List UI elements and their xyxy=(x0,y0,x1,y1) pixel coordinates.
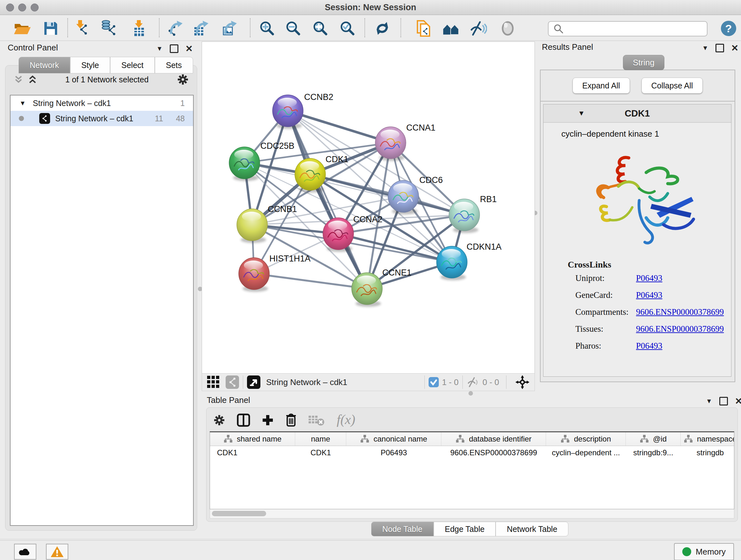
table-row[interactable]: CDK1CDK1P064939606.ENSP00000378699cyclin… xyxy=(210,446,734,459)
add-column-icon[interactable] xyxy=(261,414,274,427)
scrollbar-thumb[interactable] xyxy=(212,511,266,516)
memory-button[interactable]: Memory xyxy=(674,543,734,560)
grid-view-icon[interactable] xyxy=(207,376,220,388)
close-panel-icon[interactable]: ✕ xyxy=(731,43,738,53)
collapse-all-button[interactable]: Collapse All xyxy=(642,78,703,94)
network-node-CDC25B[interactable] xyxy=(229,147,260,181)
node-label-HIST1H1A: HIST1H1A xyxy=(269,254,311,263)
crosslink-link[interactable]: P06493 xyxy=(636,273,663,283)
tab-select[interactable]: Select xyxy=(110,57,154,73)
first-neighbors-icon[interactable] xyxy=(442,19,460,37)
horizontal-splitter-handle[interactable] xyxy=(468,391,473,395)
column-header-shared-name[interactable]: shared name xyxy=(210,432,295,446)
network-collection-row[interactable]: ▼ String Network – cdk1 1 xyxy=(10,96,193,111)
network-node-CCNB1[interactable] xyxy=(237,209,267,243)
zoom-selected-icon[interactable] xyxy=(339,19,356,37)
new-network-from-selection-icon[interactable] xyxy=(415,19,433,37)
open-session-icon[interactable] xyxy=(13,19,31,37)
show-columns-icon[interactable] xyxy=(237,413,251,427)
close-panel-icon[interactable]: ✕ xyxy=(185,44,193,54)
table-cell[interactable]: CDK1 xyxy=(295,446,346,459)
share-network-icon[interactable] xyxy=(226,375,239,389)
float-panel-icon[interactable] xyxy=(170,44,179,53)
hide-selection-icon[interactable] xyxy=(469,19,487,37)
selected-checkbox-icon[interactable] xyxy=(428,377,439,387)
save-session-icon[interactable] xyxy=(42,19,60,37)
zoom-out-icon[interactable] xyxy=(284,19,302,37)
delete-column-icon[interactable] xyxy=(285,413,297,427)
collapse-panel-icon[interactable]: ▼ xyxy=(156,45,163,52)
network-node-CDKN1A[interactable] xyxy=(436,246,467,280)
tab-network-table[interactable]: Network Table xyxy=(495,522,568,537)
table-cell[interactable]: stringdb:9... xyxy=(626,446,681,459)
table-cell[interactable]: stringdb xyxy=(681,446,734,459)
expand-all-button[interactable]: Expand All xyxy=(572,78,630,94)
collapse-panel-icon[interactable]: ▼ xyxy=(702,44,709,52)
close-panel-icon[interactable]: ✕ xyxy=(735,396,741,407)
table-cell[interactable]: CDK1 xyxy=(210,446,295,459)
export-network-icon[interactable] xyxy=(167,19,185,37)
column-header-namespace[interactable]: namespace xyxy=(681,432,734,446)
network-row[interactable]: String Network – cdk1 11 48 xyxy=(10,111,193,126)
column-header-@id[interactable]: @id xyxy=(626,432,681,446)
hidden-eye-icon[interactable] xyxy=(467,376,479,388)
collapse-all-networks-icon[interactable] xyxy=(14,74,23,84)
export-table-icon[interactable] xyxy=(193,19,211,37)
crosslinks-title: CrossLinks xyxy=(543,260,731,270)
table-options-gear-icon[interactable] xyxy=(213,414,226,427)
search-box[interactable] xyxy=(548,21,708,37)
network-node-CCNE1[interactable] xyxy=(352,273,382,307)
search-input[interactable] xyxy=(567,23,707,35)
column-header-description[interactable]: description xyxy=(546,432,626,446)
crosslink-link[interactable]: P06493 xyxy=(636,341,663,351)
network-list: ▼ String Network – cdk1 1 String Network… xyxy=(10,95,194,526)
gene-collapse-icon[interactable]: ▼ xyxy=(578,109,585,118)
expand-all-networks-icon[interactable] xyxy=(28,74,37,84)
tab-string[interactable]: String xyxy=(623,55,664,70)
network-node-CCNA1[interactable] xyxy=(375,127,406,161)
network-node-CDC6[interactable] xyxy=(388,180,419,214)
import-network-database-icon[interactable] xyxy=(101,19,119,37)
network-canvas[interactable]: CCNB2CCNA1CDC25BCDK1CDC6RB1CCNB1CCNA2CDK… xyxy=(202,42,535,374)
column-header-canonical-name[interactable]: canonical name xyxy=(346,432,441,446)
warnings-button[interactable] xyxy=(46,544,68,560)
tab-network[interactable]: Network xyxy=(18,57,70,73)
network-node-CDK1[interactable] xyxy=(295,159,326,192)
export-image-icon[interactable] xyxy=(221,19,239,37)
tab-node-table[interactable]: Node Table xyxy=(371,522,434,537)
network-edge[interactable] xyxy=(254,273,367,289)
column-header-name[interactable]: name xyxy=(295,432,346,446)
crosslink-link[interactable]: 9606.ENSP00000378699 xyxy=(636,307,724,317)
float-panel-icon[interactable] xyxy=(719,397,728,406)
gene-header[interactable]: ▼ CDK1 xyxy=(543,105,731,123)
cloud-status-button[interactable] xyxy=(14,544,37,560)
crosslink-link[interactable]: 9606.ENSP00000378699 xyxy=(636,324,724,334)
table-cell[interactable]: cyclin–dependent ... xyxy=(546,446,626,459)
column-header-database-identifier[interactable]: database identifier xyxy=(441,432,546,446)
network-edge[interactable] xyxy=(288,111,391,143)
network-node-CCNA2[interactable] xyxy=(323,218,354,252)
help-button[interactable]: ? xyxy=(721,21,736,36)
collapse-panel-icon[interactable]: ▼ xyxy=(706,397,712,405)
refresh-view-icon[interactable] xyxy=(374,19,391,37)
float-panel-icon[interactable] xyxy=(716,44,724,52)
node-table[interactable]: shared namenamecanonical namedatabase id… xyxy=(210,431,734,509)
network-options-gear-icon[interactable] xyxy=(177,73,189,86)
import-table-file-icon[interactable] xyxy=(131,19,148,37)
import-network-file-icon[interactable] xyxy=(74,19,91,37)
fit-content-icon[interactable] xyxy=(515,375,529,389)
table-cell[interactable]: P06493 xyxy=(346,446,441,459)
zoom-in-icon[interactable] xyxy=(258,19,276,37)
network-node-HIST1H1A[interactable] xyxy=(239,258,269,292)
table-horizontal-scrollbar[interactable] xyxy=(210,509,734,518)
tab-edge-table[interactable]: Edge Table xyxy=(434,522,496,537)
zoom-fit-icon[interactable] xyxy=(312,19,329,37)
collection-expand-icon[interactable]: ▼ xyxy=(19,100,26,107)
birdseye-view-icon[interactable] xyxy=(247,375,260,389)
tab-style[interactable]: Style xyxy=(70,57,111,73)
table-cell[interactable]: 9606.ENSP00000378699 xyxy=(441,446,546,459)
network-node-RB1[interactable] xyxy=(449,199,480,233)
tab-sets[interactable]: Sets xyxy=(155,57,193,73)
show-all-icon[interactable] xyxy=(499,19,517,37)
crosslink-link[interactable]: P06493 xyxy=(636,290,663,300)
